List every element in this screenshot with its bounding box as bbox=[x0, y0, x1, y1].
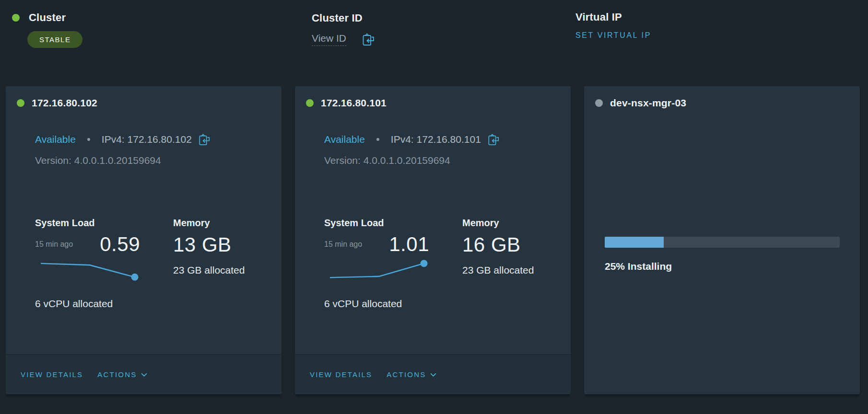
node-card-header: 172.16.80.102 bbox=[17, 97, 97, 109]
cluster-id-row: View ID bbox=[312, 33, 375, 46]
cluster-label: Cluster bbox=[29, 12, 66, 24]
node-title: dev-nsx-mgr-03 bbox=[610, 97, 686, 109]
memory-label: Memory bbox=[173, 217, 245, 229]
node-version: Version: 4.0.0.1.0.20159694 bbox=[324, 155, 450, 166]
node-ipv4: IPv4: 172.16.80.102 bbox=[102, 134, 192, 145]
cluster-id-label: Cluster ID bbox=[312, 12, 363, 24]
memory-stat: Memory 13 GB 23 GB allocated bbox=[173, 217, 245, 276]
virtual-ip-label: Virtual IP bbox=[575, 11, 622, 23]
memory-label: Memory bbox=[462, 217, 534, 229]
node-cards-row: 172.16.80.102 Available IPv4: 172.16.80.… bbox=[6, 86, 860, 394]
actions-menu-button[interactable]: ACTIONS bbox=[97, 370, 147, 379]
system-load-stat: System Load 15 min ago 1.01 6 vCPU alloc… bbox=[324, 217, 429, 310]
cluster-status-dot bbox=[12, 14, 20, 22]
node-status-row: Available IPv4: 172.16.80.101 bbox=[324, 133, 500, 146]
install-progress-fill bbox=[605, 237, 664, 248]
memory-allocated: 23 GB allocated bbox=[462, 264, 534, 276]
node-card-footer: VIEW DETAILS ACTIONS bbox=[6, 354, 282, 394]
cluster-overview: Cluster bbox=[12, 12, 66, 24]
node-card-3: dev-nsx-mgr-03 25% Installing bbox=[584, 86, 860, 394]
node-ipv4: IPv4: 172.16.80.101 bbox=[391, 134, 481, 145]
node-title: 172.16.80.102 bbox=[32, 97, 97, 109]
memory-value: 13 GB bbox=[173, 233, 232, 256]
memory-value: 16 GB bbox=[462, 233, 521, 256]
separator-dot bbox=[376, 138, 379, 141]
install-status-label: 25% Installing bbox=[605, 261, 672, 272]
system-load-value: 0.59 bbox=[100, 233, 140, 256]
chevron-down-icon bbox=[430, 373, 436, 377]
view-details-link[interactable]: VIEW DETAILS bbox=[310, 370, 372, 379]
node-status-row: Available IPv4: 172.16.80.102 bbox=[35, 133, 211, 146]
copy-cluster-id-icon[interactable] bbox=[362, 33, 375, 46]
actions-label: ACTIONS bbox=[387, 370, 426, 379]
cpu-allocated: 6 vCPU allocated bbox=[35, 298, 140, 310]
chevron-down-icon bbox=[141, 373, 147, 377]
view-details-link[interactable]: VIEW DETAILS bbox=[21, 370, 83, 379]
cluster-stable-badge: STABLE bbox=[27, 31, 82, 48]
separator-dot bbox=[87, 138, 90, 141]
node-availability: Available bbox=[324, 134, 365, 145]
system-load-sparkline bbox=[329, 259, 433, 284]
actions-label: ACTIONS bbox=[97, 370, 137, 379]
node-card-header: 172.16.80.101 bbox=[306, 97, 387, 109]
node-card-1: 172.16.80.102 Available IPv4: 172.16.80.… bbox=[6, 86, 282, 394]
node-status-dot bbox=[595, 99, 603, 107]
system-load-value: 1.01 bbox=[389, 233, 429, 256]
system-load-label: System Load bbox=[35, 217, 140, 229]
node-card-2: 172.16.80.101 Available IPv4: 172.16.80.… bbox=[295, 86, 571, 394]
node-availability: Available bbox=[35, 134, 76, 145]
node-version: Version: 4.0.0.1.0.20159694 bbox=[35, 155, 161, 166]
actions-menu-button[interactable]: ACTIONS bbox=[387, 370, 436, 379]
node-status-dot bbox=[17, 99, 24, 107]
copy-ip-icon[interactable] bbox=[199, 133, 211, 146]
node-title: 172.16.80.101 bbox=[321, 97, 387, 109]
node-status-dot bbox=[306, 99, 314, 107]
system-load-label: System Load bbox=[324, 217, 429, 229]
memory-stat: Memory 16 GB 23 GB allocated bbox=[462, 217, 534, 276]
copy-ip-icon[interactable] bbox=[488, 133, 500, 146]
node-card-header: dev-nsx-mgr-03 bbox=[595, 97, 686, 109]
node-card-footer: VIEW DETAILS ACTIONS bbox=[295, 354, 571, 394]
system-load-sparkline bbox=[40, 259, 143, 284]
system-load-timeago: 15 min ago bbox=[35, 240, 73, 249]
system-load-timeago: 15 min ago bbox=[324, 240, 362, 249]
memory-allocated: 23 GB allocated bbox=[173, 264, 245, 276]
set-virtual-ip-link[interactable]: SET VIRTUAL IP bbox=[575, 31, 651, 40]
install-progress-bar bbox=[605, 237, 840, 248]
cpu-allocated: 6 vCPU allocated bbox=[324, 298, 429, 310]
view-id-link[interactable]: View ID bbox=[312, 33, 346, 46]
system-load-stat: System Load 15 min ago 0.59 6 vCPU alloc… bbox=[35, 217, 140, 310]
